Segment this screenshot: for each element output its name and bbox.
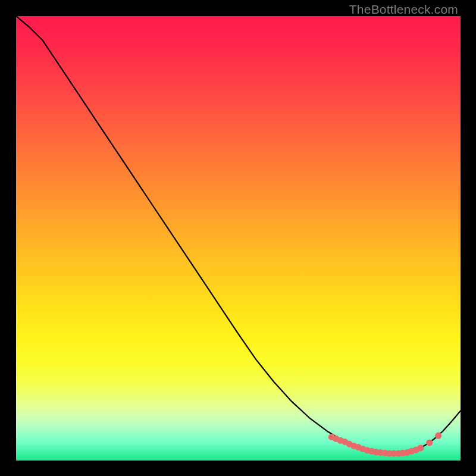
data-marker <box>435 433 441 439</box>
data-marker <box>426 440 433 446</box>
plot-area <box>16 16 461 461</box>
bottleneck-curve <box>16 16 461 461</box>
data-marker <box>417 444 424 451</box>
curve-path <box>16 16 461 453</box>
chart-stage: TheBottleneck.com <box>0 0 476 476</box>
watermark-text: TheBottleneck.com <box>349 2 458 17</box>
